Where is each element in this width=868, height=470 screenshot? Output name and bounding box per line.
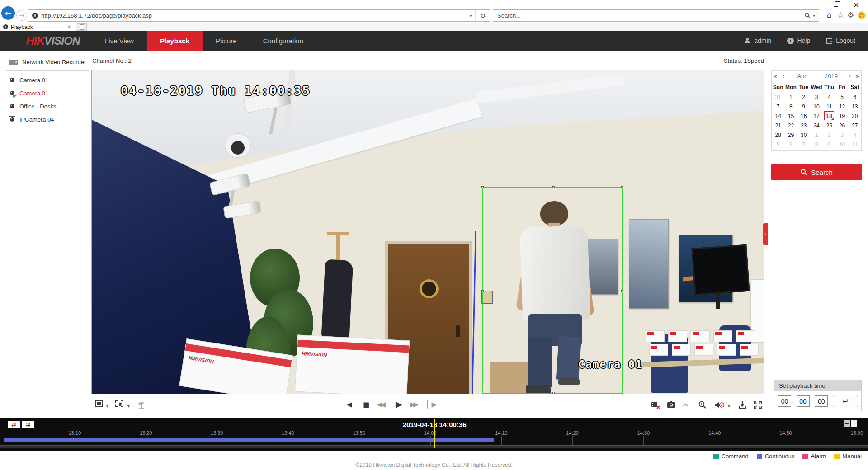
calendar-day-25[interactable]: 25: [823, 121, 835, 130]
calendar-next-month-icon[interactable]: ›: [846, 73, 854, 80]
digital-zoom-button[interactable]: [698, 400, 707, 409]
calendar-day-9[interactable]: 9: [797, 102, 810, 111]
calendar-year[interactable]: 2019: [816, 73, 846, 80]
fullscreen-button[interactable]: [753, 400, 762, 409]
calendar-day-21[interactable]: 21: [772, 121, 784, 130]
slow-down-button[interactable]: ◀◀: [377, 400, 384, 409]
calendar-day-22[interactable]: 22: [784, 121, 797, 130]
feedback-smiley-icon[interactable]: ☺: [858, 11, 866, 19]
nav-tab-picture[interactable]: Picture: [203, 31, 250, 51]
playback-second-input[interactable]: [815, 395, 828, 407]
help-button[interactable]: i Help: [787, 37, 810, 44]
calendar-day-4[interactable]: 4: [849, 130, 861, 140]
calendar-day-15[interactable]: 15: [784, 111, 797, 121]
sidebar-camera-ipcamera-04-3[interactable]: IPCamera 04: [9, 116, 90, 123]
vca-playback-button[interactable]: [137, 400, 146, 409]
search-icon[interactable]: [802, 12, 813, 19]
calendar-day-19[interactable]: 19: [835, 111, 848, 121]
sidebar-camera-camera-01-0[interactable]: Camera 01: [9, 76, 90, 84]
stop-all-playback-button[interactable]: [651, 400, 661, 409]
calendar-day-24[interactable]: 24: [810, 121, 823, 130]
calendar-day-8[interactable]: 8: [810, 140, 823, 149]
download-button[interactable]: [738, 400, 747, 409]
logout-button[interactable]: Logout: [826, 37, 855, 44]
timeline-zoom-out-button[interactable]: −: [844, 420, 850, 427]
window-close-button[interactable]: ×: [849, 1, 863, 9]
calendar-day-10[interactable]: 10: [835, 140, 848, 149]
favorites-star-icon[interactable]: ☆: [837, 10, 844, 19]
calendar-day-1[interactable]: 1: [784, 92, 797, 102]
calendar-prev-year-icon[interactable]: «: [772, 73, 779, 80]
reverse-play-button[interactable]: ◀: [347, 400, 352, 409]
timeline-scale-button-2[interactable]: ⇉: [22, 421, 34, 428]
tab-close-icon[interactable]: ×: [64, 24, 75, 30]
playback-hour-input[interactable]: [778, 395, 791, 407]
calendar-day-5[interactable]: 5: [835, 92, 848, 102]
window-division-button[interactable]: [95, 400, 103, 407]
clip-scissors-button[interactable]: ✂: [683, 400, 689, 409]
calendar-day-28[interactable]: 28: [772, 130, 784, 140]
calendar-day-4[interactable]: 4: [823, 92, 835, 102]
speed-up-button[interactable]: ▶▶: [410, 400, 417, 409]
calendar-day-7[interactable]: 7: [797, 140, 810, 149]
play-button[interactable]: ▶: [396, 399, 402, 409]
calendar-day-6[interactable]: 6: [849, 92, 861, 102]
url-dropdown-icon[interactable]: ▾: [466, 13, 475, 18]
timeline-scale-button-1[interactable]: ⇄: [8, 421, 20, 428]
calendar-month[interactable]: Apr: [787, 73, 816, 80]
calendar-prev-month-icon[interactable]: ‹: [779, 73, 787, 80]
calendar-day-14[interactable]: 14: [772, 111, 784, 121]
new-tab-button[interactable]: [77, 23, 87, 31]
calendar-day-9[interactable]: 9: [823, 140, 835, 149]
calendar-day-1[interactable]: 1: [810, 130, 823, 140]
panel-collapse-handle[interactable]: ›: [763, 223, 768, 245]
home-icon[interactable]: ⌂: [827, 10, 832, 19]
window-restore-button[interactable]: [829, 1, 843, 9]
sidebar-camera-office-desks-2[interactable]: Office - Desks: [9, 103, 90, 110]
settings-gear-icon[interactable]: ⚙: [847, 10, 854, 19]
browser-back-button[interactable]: ←: [1, 6, 15, 20]
calendar-next-year-icon[interactable]: »: [854, 73, 861, 80]
video-window[interactable]: HIKVISION EXIR HIKVISION EXIR 04-18-2019…: [91, 70, 764, 394]
calendar-day-3[interactable]: 3: [810, 92, 823, 102]
calendar-day-18-selected[interactable]: 18: [823, 111, 835, 121]
url-input[interactable]: [41, 12, 466, 19]
calendar-day-2[interactable]: 2: [823, 130, 835, 140]
timeline-playhead[interactable]: [434, 419, 435, 448]
browser-search-box[interactable]: ▾: [493, 9, 819, 22]
calendar-day-23[interactable]: 23: [797, 121, 810, 130]
audio-caret-icon[interactable]: ▾: [728, 404, 730, 409]
browser-forward-button[interactable]: →: [16, 10, 27, 21]
set-time-enter-button[interactable]: ↵: [833, 395, 858, 407]
playback-minute-input[interactable]: [797, 395, 810, 407]
playback-timeline[interactable]: ⇄ ⇉ 2019-04-18 14:00:36 − + 13:1013:2013…: [0, 418, 868, 451]
calendar-day-2[interactable]: 2: [797, 92, 810, 102]
calendar-day-20[interactable]: 20: [849, 111, 861, 121]
stop-button[interactable]: ■: [363, 400, 369, 409]
calendar-day-10[interactable]: 10: [810, 102, 823, 111]
calendar-day-8[interactable]: 8: [784, 102, 797, 111]
calendar-day-11[interactable]: 11: [823, 102, 835, 111]
timeline-zoom-in-button[interactable]: +: [851, 420, 857, 427]
calendar-day-12[interactable]: 12: [835, 102, 848, 111]
user-menu[interactable]: admin: [744, 37, 771, 44]
window-minimize-button[interactable]: —: [809, 1, 822, 9]
window-division-caret-icon[interactable]: ▾: [106, 404, 108, 409]
calendar-day-17[interactable]: 17: [810, 111, 823, 121]
calendar-day-11[interactable]: 11: [849, 140, 861, 149]
calendar-day-6[interactable]: 6: [784, 140, 797, 149]
device-row[interactable]: Network Video Recorder: [9, 59, 90, 66]
audio-mute-button[interactable]: [714, 400, 725, 409]
calendar-day-3[interactable]: 3: [835, 130, 848, 140]
calendar-day-13[interactable]: 13: [849, 102, 861, 111]
nav-tab-playback[interactable]: Playback: [147, 31, 203, 51]
nav-tab-configuration[interactable]: Configuration: [250, 31, 316, 51]
calendar-day-7[interactable]: 7: [772, 102, 784, 111]
calendar-day-31[interactable]: 31: [772, 92, 784, 102]
smart-search-button[interactable]: [115, 400, 123, 407]
calendar-day-16[interactable]: 16: [797, 111, 810, 121]
capture-snapshot-button[interactable]: [666, 400, 676, 409]
calendar-day-27[interactable]: 27: [849, 121, 861, 130]
calendar-day-29[interactable]: 29: [784, 130, 797, 140]
search-input[interactable]: [493, 12, 802, 19]
